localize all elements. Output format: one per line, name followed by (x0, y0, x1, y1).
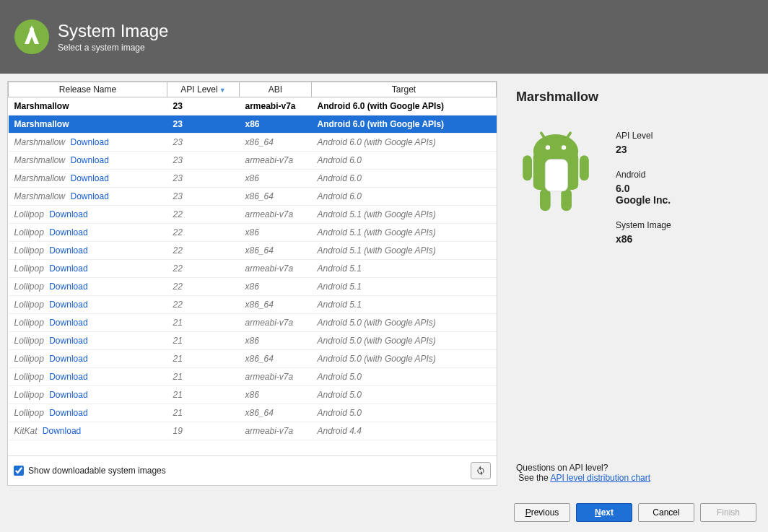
system-image-panel: Release Name API Level▼ ABI Target Marsh… (7, 81, 497, 486)
cell-target: Android 6.0 (312, 188, 497, 206)
cell-abi: x86 (240, 386, 312, 404)
cell-abi: x86_64 (240, 350, 312, 368)
cell-api: 22 (167, 278, 240, 296)
cell-target: Android 6.0 (312, 152, 497, 170)
cell-release: Marshmallow Download (9, 188, 167, 206)
detail-panel: Marshmallow (512, 81, 761, 486)
table-row[interactable]: Marshmallow Download23x86_64Android 6.0 … (9, 134, 497, 152)
next-button[interactable]: Next (576, 503, 632, 522)
download-link[interactable]: Download (49, 282, 87, 292)
cell-abi: armeabi-v7a (240, 260, 312, 278)
show-downloadable-checkbox[interactable]: Show downloadable system images (14, 466, 166, 476)
cell-release: Marshmallow (9, 97, 167, 115)
sort-desc-icon: ▼ (219, 87, 226, 94)
cell-api: 23 (167, 97, 240, 115)
cell-api: 21 (167, 332, 240, 350)
download-link[interactable]: Download (49, 408, 87, 418)
cell-target: Android 5.0 (312, 404, 497, 422)
show-downloadable-input[interactable] (14, 466, 24, 476)
table-row[interactable]: Marshmallow23x86Android 6.0 (with Google… (9, 115, 497, 134)
download-link[interactable]: Download (49, 263, 87, 274)
table-row[interactable]: Marshmallow Download23x86Android 6.0 (9, 170, 497, 188)
download-link[interactable]: Download (49, 372, 87, 382)
table-row[interactable]: Lollipop Download22x86Android 5.1 (9, 278, 497, 296)
download-link[interactable]: Download (49, 209, 87, 219)
wizard-header: System Image Select a system image (0, 0, 768, 74)
cell-target: Android 6.0 (with Google APIs) (312, 115, 497, 134)
table-row[interactable]: KitKat Download19armeabi-v7aAndroid 4.4 (9, 422, 497, 440)
download-link[interactable]: Download (71, 137, 109, 147)
table-row[interactable]: Lollipop Download22x86_64Android 5.1 (9, 296, 497, 314)
cell-api: 21 (167, 386, 240, 404)
download-link[interactable]: Download (49, 354, 87, 364)
download-link[interactable]: Download (71, 173, 109, 183)
android-label: Android (616, 170, 671, 180)
col-abi[interactable]: ABI (240, 82, 312, 97)
table-row[interactable]: Lollipop Download22x86_64Android 5.1 (wi… (9, 242, 497, 260)
cell-target: Android 5.0 (with Google APIs) (312, 332, 497, 350)
col-api-level[interactable]: API Level▼ (167, 82, 240, 97)
download-link[interactable]: Download (49, 227, 87, 237)
cell-release: Marshmallow Download (9, 152, 167, 170)
table-row[interactable]: Lollipop Download22x86Android 5.1 (with … (9, 224, 497, 242)
cell-release: Lollipop Download (9, 332, 167, 350)
cell-abi: armeabi-v7a (240, 206, 312, 224)
cell-release: Lollipop Download (9, 296, 167, 314)
help-see: See the (518, 473, 550, 483)
cell-api: 23 (167, 115, 240, 134)
system-image-table-scroll[interactable]: Release Name API Level▼ ABI Target Marsh… (8, 82, 497, 455)
previous-button[interactable]: Previous (514, 503, 570, 522)
table-row[interactable]: Marshmallow23armeabi-v7aAndroid 6.0 (wit… (9, 97, 497, 115)
cell-abi: armeabi-v7a (240, 368, 312, 386)
cell-abi: x86_64 (240, 134, 312, 152)
cell-release: Lollipop Download (9, 404, 167, 422)
table-row[interactable]: Marshmallow Download23armeabi-v7aAndroid… (9, 152, 497, 170)
table-row[interactable]: Lollipop Download21armeabi-v7aAndroid 5.… (9, 314, 497, 332)
cell-target: Android 6.0 (with Google APIs) (312, 134, 497, 152)
cell-abi: x86_64 (240, 296, 312, 314)
table-row[interactable]: Lollipop Download21x86Android 5.0 (with … (9, 332, 497, 350)
wizard-footer: Previous Next Cancel Finish (0, 493, 768, 532)
cell-api: 23 (167, 152, 240, 170)
cell-api: 21 (167, 404, 240, 422)
download-link[interactable]: Download (49, 336, 87, 346)
table-row[interactable]: Lollipop Download22armeabi-v7aAndroid 5.… (9, 206, 497, 224)
api-distribution-link[interactable]: API level distribution chart (550, 473, 650, 483)
download-link[interactable]: Download (71, 191, 109, 201)
help-question: Questions on API level? (516, 463, 756, 473)
download-link[interactable]: Download (49, 300, 87, 310)
download-link[interactable]: Download (43, 426, 81, 436)
cell-target: Android 5.1 (312, 296, 497, 314)
api-level-label: API Level (616, 131, 671, 141)
cell-abi: x86_64 (240, 242, 312, 260)
cell-api: 19 (167, 422, 240, 440)
android-marshmallow-icon (516, 126, 595, 259)
page-title: System Image (58, 21, 168, 41)
table-row[interactable]: Lollipop Download21armeabi-v7aAndroid 5.… (9, 368, 497, 386)
cell-abi: x86 (240, 224, 312, 242)
cell-target: Android 5.0 (with Google APIs) (312, 314, 497, 332)
table-row[interactable]: Lollipop Download21x86_64Android 5.0 (9, 404, 497, 422)
table-row[interactable]: Marshmallow Download23x86_64Android 6.0 (9, 188, 497, 206)
cell-api: 23 (167, 170, 240, 188)
table-row[interactable]: Lollipop Download21x86_64Android 5.0 (wi… (9, 350, 497, 368)
table-row[interactable]: Lollipop Download21x86Android 5.0 (9, 386, 497, 404)
col-release-name[interactable]: Release Name (9, 82, 167, 97)
download-link[interactable]: Download (49, 245, 87, 256)
refresh-button[interactable] (471, 462, 491, 479)
table-row[interactable]: Lollipop Download22armeabi-v7aAndroid 5.… (9, 260, 497, 278)
cell-api: 22 (167, 260, 240, 278)
cell-abi: x86 (240, 332, 312, 350)
cell-target: Android 5.1 (312, 260, 497, 278)
svg-rect-5 (580, 155, 589, 180)
show-downloadable-label: Show downloadable system images (28, 466, 166, 476)
download-link[interactable]: Download (49, 318, 87, 328)
download-link[interactable]: Download (71, 155, 109, 165)
cell-release: Lollipop Download (9, 224, 167, 242)
cell-abi: armeabi-v7a (240, 314, 312, 332)
col-target[interactable]: Target (312, 82, 497, 97)
download-link[interactable]: Download (49, 390, 87, 400)
cell-abi: x86_64 (240, 404, 312, 422)
cell-target: Android 5.0 (with Google APIs) (312, 350, 497, 368)
cancel-button[interactable]: Cancel (638, 503, 694, 522)
